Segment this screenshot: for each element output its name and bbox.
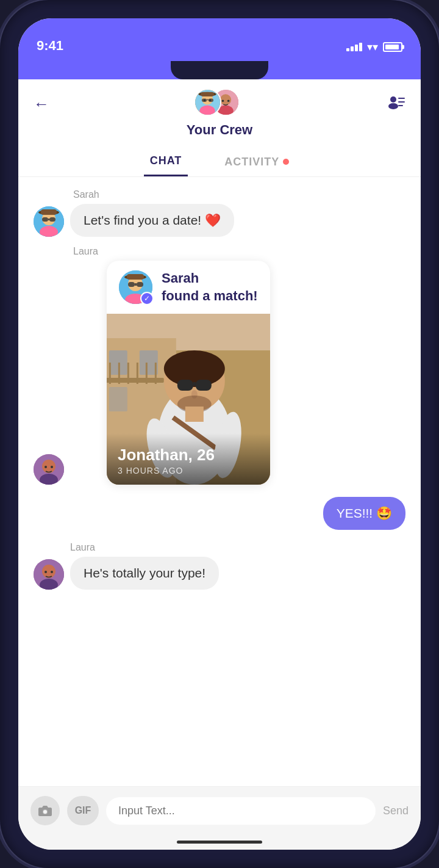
svg-rect-59 (155, 363, 157, 384)
send-button[interactable]: Send (383, 805, 409, 817)
message-row-1: Let's find you a date! ❤️ (34, 204, 405, 237)
svg-rect-36 (137, 282, 143, 287)
activity-notification-dot (283, 159, 289, 165)
contacts-icon[interactable] (387, 95, 405, 114)
svg-rect-57 (137, 363, 138, 384)
svg-rect-64 (196, 380, 212, 391)
svg-rect-55 (118, 363, 120, 384)
svg-point-73 (42, 565, 55, 578)
phone-frame: 9:41 ▾▾ ← (0, 0, 439, 868)
svg-point-62 (164, 350, 225, 387)
svg-rect-23 (49, 217, 55, 222)
header-row: ← (34, 89, 405, 119)
svg-point-15 (390, 96, 396, 103)
message-input[interactable] (106, 797, 376, 825)
svg-rect-65 (193, 382, 196, 386)
sender-name-laura: Laura (73, 246, 405, 257)
notch-area (18, 61, 421, 79)
svg-point-16 (388, 103, 398, 109)
svg-rect-48 (109, 387, 127, 411)
status-time: 9:41 (37, 38, 346, 54)
message-group-3: YES!!! 🤩 (34, 497, 405, 530)
svg-rect-7 (207, 99, 209, 100)
svg-point-11 (220, 94, 231, 105)
svg-rect-58 (146, 363, 148, 384)
status-bar: 9:41 ▾▾ (18, 18, 421, 61)
gif-button[interactable]: GIF (67, 796, 99, 825)
sender-name-laura-2: Laura (70, 542, 405, 553)
wifi-icon: ▾▾ (367, 40, 378, 54)
crew-avatars (194, 89, 243, 119)
home-bar (177, 841, 262, 844)
svg-point-31 (45, 466, 47, 468)
svg-point-32 (51, 466, 53, 468)
match-time-ago: 3 HOURS AGO (118, 466, 259, 476)
chat-area: Sarah (18, 177, 421, 786)
svg-rect-24 (48, 219, 49, 220)
message-group-1: Sarah (34, 189, 405, 237)
svg-point-2 (199, 106, 215, 116)
tab-chat[interactable]: CHAT (144, 147, 188, 176)
match-photo-overlay: Jonathan, 26 3 HOURS AGO (107, 433, 270, 485)
message-row-2: ✓ Sarah found a match! (34, 261, 405, 485)
header: ← (18, 79, 421, 147)
svg-rect-27 (41, 209, 57, 215)
svg-rect-56 (127, 363, 129, 384)
svg-rect-63 (177, 380, 193, 391)
message-bubble-4: He's totally your type! (70, 557, 219, 590)
svg-point-14 (227, 99, 230, 102)
match-person-name: Jonathan, 26 (118, 446, 259, 465)
svg-rect-5 (202, 99, 207, 102)
home-indicator (18, 834, 421, 850)
svg-point-78 (43, 810, 47, 814)
notch (171, 61, 268, 79)
signal-bars-icon (346, 43, 362, 51)
match-card-header: ✓ Sarah found a match! (107, 261, 270, 314)
back-button[interactable]: ← (34, 95, 49, 114)
tabs: CHAT ACTIVITY (18, 147, 421, 177)
match-photo: Jonathan, 26 3 HOURS AGO (107, 314, 270, 485)
svg-rect-22 (42, 217, 48, 222)
match-avatar-wrap: ✓ (119, 270, 152, 304)
svg-rect-54 (109, 363, 111, 384)
avatar-sarah (34, 206, 64, 237)
svg-rect-68 (185, 407, 204, 422)
svg-point-76 (51, 571, 53, 573)
match-text: Sarah found a match! (162, 270, 258, 305)
message-group-2: Laura (34, 246, 405, 485)
message-bubble-1: Let's find you a date! ❤️ (70, 204, 234, 237)
svg-rect-6 (209, 99, 213, 102)
svg-point-29 (42, 460, 55, 473)
input-area: GIF Send (18, 786, 421, 834)
status-icons: ▾▾ (346, 40, 402, 54)
message-row-4: He's totally your type! (34, 557, 405, 590)
svg-rect-40 (127, 274, 144, 280)
match-check-icon: ✓ (140, 292, 154, 305)
svg-rect-9 (201, 92, 214, 96)
avatar-laura (34, 454, 64, 485)
avatar-laura-2 (34, 559, 64, 590)
svg-rect-37 (135, 283, 137, 286)
message-bubble-self: YES!!! 🤩 (323, 497, 405, 530)
match-card: ✓ Sarah found a match! (107, 261, 270, 485)
message-group-4: Laura (34, 542, 405, 590)
crew-avatar-1 (194, 89, 221, 116)
tab-activity[interactable]: ACTIVITY (218, 147, 295, 176)
svg-rect-35 (128, 282, 135, 287)
sender-name-sarah: Sarah (73, 189, 405, 200)
battery-icon (383, 42, 402, 52)
svg-point-75 (45, 571, 47, 573)
crew-name: Your Crew (187, 122, 252, 138)
camera-button[interactable] (30, 796, 60, 825)
svg-point-13 (222, 99, 224, 102)
phone-screen: 9:41 ▾▾ ← (18, 18, 421, 850)
